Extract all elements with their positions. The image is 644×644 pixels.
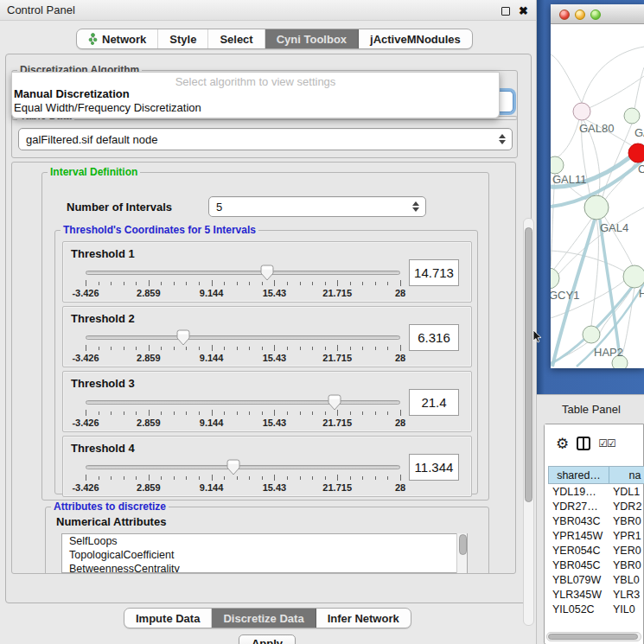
- slider-ticks: [86, 280, 400, 287]
- screenshot-root: Control Panel ✖ NetworkStyleSelectCyni T…: [0, 0, 644, 644]
- table-data-value: galFiltered.sif default node: [26, 133, 157, 146]
- node-label-hap2: HAP2: [594, 346, 623, 359]
- slider-handle[interactable]: [260, 265, 274, 281]
- table-data-combo[interactable]: galFiltered.sif default node: [18, 128, 513, 150]
- attribute-item[interactable]: SelfLoops: [62, 534, 467, 548]
- tab-impute-data[interactable]: Impute Data: [124, 609, 212, 628]
- combo-spinner-icon: [499, 134, 506, 144]
- tab-label: jActiveMNodules: [370, 33, 461, 46]
- node-label-gal80: GAL80: [579, 122, 614, 135]
- tab-label: Cyni Toolbox: [277, 33, 347, 46]
- tab-infer-network[interactable]: Infer Network: [316, 609, 411, 628]
- threshold-label: Threshold 1: [71, 247, 135, 260]
- numerical-attributes-list[interactable]: SelfLoopsTopologicalCoefficientBetweenne…: [61, 533, 468, 573]
- tab-label: Select: [220, 33, 252, 46]
- table-row[interactable]: YPR145WYPR1: [548, 528, 644, 543]
- threshold-label: Threshold 3: [71, 377, 135, 390]
- numerical-attributes-label: Numerical Attributes: [56, 515, 166, 528]
- tab-select[interactable]: Select: [208, 29, 265, 48]
- table-toolbar: ⚙ ☑☑: [545, 424, 643, 462]
- bottom-tab-bar: Impute DataDiscretize DataInfer Network: [124, 608, 411, 628]
- minimize-traffic-light-icon[interactable]: [575, 10, 585, 20]
- tab-label: Network: [102, 33, 146, 46]
- combo-spinner-icon: [412, 201, 419, 212]
- zoom-traffic-light-icon[interactable]: [590, 10, 601, 20]
- slider-handle[interactable]: [226, 459, 240, 475]
- slider-scale-labels: -3.4262.8599.14415.4321.71528: [86, 288, 400, 298]
- node-label-gal4: GAL4: [600, 221, 628, 234]
- slider-handle[interactable]: [328, 394, 341, 411]
- settings-scrollbar[interactable]: [523, 218, 534, 626]
- mouse-cursor: [532, 329, 543, 344]
- tab-network[interactable]: Network: [77, 29, 158, 48]
- threshold-value-field[interactable]: 6.316: [409, 324, 459, 351]
- threshold-value-field[interactable]: 14.713: [409, 259, 459, 286]
- close-panel-icon[interactable]: ✖: [519, 4, 528, 17]
- network-frame: GAL80GACGAL11GAL4GCY1HHAP2: [537, 0, 644, 394]
- slider-scale-labels: -3.4262.8599.14415.4321.71528: [86, 482, 400, 493]
- table-header-row: shared…na: [548, 466, 644, 484]
- attribute-item[interactable]: TopologicalCoefficient: [62, 548, 467, 562]
- threshold-slider[interactable]: [86, 464, 400, 471]
- columns-icon[interactable]: [577, 437, 590, 450]
- column-header[interactable]: shared…: [549, 467, 609, 483]
- float-window-icon[interactable]: [501, 7, 510, 16]
- threshold-panel-4: Threshold 4-3.4262.8599.14415.4321.71528…: [62, 436, 472, 497]
- panel-title: Control Panel: [7, 3, 75, 16]
- tab-style[interactable]: Style: [158, 29, 208, 48]
- table-row[interactable]: YBL079WYBL0: [548, 572, 644, 587]
- table-horizontal-scrollbar[interactable]: [546, 632, 641, 641]
- algorithm-dropdown-popup: Select algorithm to view settings Manual…: [11, 72, 500, 118]
- table-panel-title: Table Panel: [562, 403, 621, 416]
- gear-icon[interactable]: ⚙: [556, 437, 569, 451]
- threshold-value-field[interactable]: 21.4: [409, 389, 459, 416]
- table-row[interactable]: YBR045CYBR0: [548, 558, 644, 572]
- attributes-group-title: Attributes to discretize: [51, 501, 169, 513]
- dropdown-option-equal-width[interactable]: Equal Width/Frequency Discretization: [12, 101, 499, 115]
- attribute-item[interactable]: BetweennessCentrality: [62, 562, 467, 573]
- top-tab-bar: NetworkStyleSelectCyni ToolboxjActiveMNo…: [76, 29, 473, 49]
- tab-jactivemnodules[interactable]: jActiveMNodules: [359, 29, 472, 48]
- num-intervals-value: 5: [216, 201, 222, 214]
- node-label-gcy1: GCY1: [551, 289, 579, 302]
- threshold-label: Threshold 2: [71, 312, 135, 325]
- table-data-group: Table Data galFiltered.sif default node: [11, 116, 518, 158]
- column-header[interactable]: na: [609, 467, 644, 483]
- table-row[interactable]: YDL19…YDL1: [548, 484, 644, 499]
- table-row[interactable]: YLR345WYLR3: [548, 587, 644, 602]
- select-checkboxes-icon[interactable]: ☑☑: [598, 437, 615, 450]
- threshold-slider[interactable]: [86, 399, 400, 406]
- settings-scroll-group: Interval Definition Number of Intervals …: [11, 162, 516, 574]
- attributes-list-scrollbar[interactable]: [456, 533, 467, 573]
- num-intervals-combo[interactable]: 5: [208, 196, 426, 217]
- dropdown-option-manual[interactable]: Manual Discretization: [12, 87, 499, 101]
- network-icon: [88, 33, 98, 45]
- table-row[interactable]: YBR043CYBR0: [548, 513, 644, 528]
- slider-scale-labels: -3.4262.8599.14415.4321.71528: [86, 418, 400, 428]
- network-canvas[interactable]: GAL80GACGAL11GAL4GCY1HHAP2: [551, 24, 644, 368]
- tab-cyni-toolbox[interactable]: Cyni Toolbox: [265, 29, 359, 48]
- thresholds-group: Threshold's Coordinates for 5 Intervals …: [54, 230, 478, 494]
- table-panel-box: ⚙ ☑☑ shared…naYDL19…YDL1YDR27…YDR2YBR043…: [544, 424, 644, 644]
- control-panel-window: Control Panel ✖ NetworkStyleSelectCyni T…: [0, 0, 537, 644]
- slider-handle[interactable]: [176, 329, 190, 346]
- slider-ticks: [86, 410, 400, 417]
- table-row[interactable]: YDR27…YDR2: [548, 499, 644, 513]
- close-traffic-light-icon[interactable]: [559, 10, 570, 20]
- threshold-label: Threshold 4: [71, 442, 135, 455]
- node-label-c: C: [638, 163, 644, 175]
- attributes-group: Attributes to discretize Numerical Attri…: [45, 507, 489, 574]
- threshold-panel-3: Threshold 3-3.4262.8599.14415.4321.71528…: [62, 371, 472, 432]
- apply-button[interactable]: Apply: [239, 634, 296, 644]
- table-row[interactable]: YER054CYER0: [548, 543, 644, 558]
- node-table[interactable]: shared…naYDL19…YDL1YDR27…YDR2YBR043CYBR0…: [548, 466, 644, 628]
- threshold-value-field[interactable]: 11.344: [409, 454, 459, 481]
- table-row[interactable]: YIL052CYIL0: [548, 602, 644, 616]
- tab-discretize-data[interactable]: Discretize Data: [212, 609, 316, 628]
- num-intervals-label: Number of Intervals: [67, 201, 172, 214]
- node-label-ga: GA: [634, 126, 644, 139]
- threshold-slider[interactable]: [86, 270, 400, 277]
- slider-ticks: [86, 475, 400, 481]
- control-panel-titlebar: Control Panel ✖: [0, 0, 536, 21]
- threshold-slider[interactable]: [86, 335, 400, 341]
